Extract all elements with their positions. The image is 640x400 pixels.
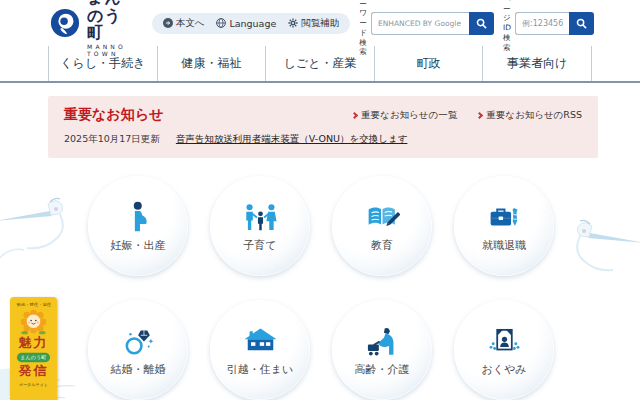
banner-top-text: 観光・移住・定住 <box>16 301 51 307</box>
category-employment[interactable]: 就職退職 <box>454 176 554 276</box>
promo-banner[interactable]: 観光・移住・定住 魅力 まんのう町 発信 ポータルサイト <box>10 297 57 400</box>
utility-label: 閲覧補助 <box>301 17 339 30</box>
globe-icon <box>216 18 226 28</box>
gear-icon <box>288 18 298 28</box>
main-content: 観光・移住・定住 魅力 まんのう町 発信 ポータルサイト <box>0 158 640 400</box>
language-button[interactable]: Language <box>216 18 276 29</box>
house-icon <box>243 324 278 359</box>
pregnancy-icon <box>121 200 156 235</box>
to-main-content-link[interactable]: 本文へ <box>163 17 205 30</box>
category-marriage[interactable]: 結婚・離婚 <box>88 300 188 400</box>
page-id-search-label: ページ ID検索 <box>503 0 511 52</box>
keyword-search-button[interactable] <box>469 12 494 35</box>
category-senior-care[interactable]: 高齢・介護 <box>332 300 432 400</box>
category-pregnancy[interactable]: 妊娠・出産 <box>88 176 188 276</box>
education-icon <box>365 200 400 235</box>
category-moving-housing[interactable]: 引越・住まい <box>210 300 310 400</box>
site-header: まんのう町 MANNO TOWN 本文へ Language 閲覧補助 キーワード… <box>0 0 640 46</box>
search-icon <box>576 18 587 29</box>
ring-icon <box>121 324 156 359</box>
global-nav: くらし・手続き 健康・福祉 しごと・産業 町政 事業者向け <box>0 46 640 83</box>
town-logo-icon <box>50 8 80 38</box>
elderly-care-icon <box>365 324 400 359</box>
nav-item-chosei[interactable]: 町政 <box>374 46 483 81</box>
family-icon <box>243 200 278 235</box>
notice-list-link[interactable]: 重要なお知らせの一覧 <box>352 109 457 122</box>
chevron-right-icon <box>351 111 358 118</box>
site-title: まんのう町 <box>87 0 139 42</box>
notice-date: 2025年10月17日更新 <box>64 133 160 146</box>
banner-line2: 発信 <box>19 364 49 379</box>
notice-title: 重要なお知らせ <box>64 106 163 124</box>
nav-item-kurashi[interactable]: くらし・手続き <box>48 46 157 81</box>
nav-item-jigyosha[interactable]: 事業者向け <box>482 46 592 81</box>
nav-item-kenko[interactable]: 健康・福祉 <box>157 46 266 81</box>
heron-illustration-left <box>0 176 102 266</box>
nav-item-shigoto[interactable]: しごと・産業 <box>265 46 374 81</box>
banner-town-badge: まんのう町 <box>17 353 50 362</box>
search-icon <box>476 18 487 29</box>
arrow-circle-icon <box>163 18 173 28</box>
briefcase-icon <box>487 200 522 235</box>
category-grid: 妊娠・出産 子育て <box>88 176 554 400</box>
chevron-right-icon <box>476 111 483 118</box>
utility-label: Language <box>229 18 276 29</box>
banner-line1: 魅力 <box>19 336 49 351</box>
page-id-search-button[interactable] <box>569 12 594 35</box>
category-childcare[interactable]: 子育て <box>210 176 310 276</box>
banner-bottom-text: ポータルサイト <box>19 381 48 387</box>
notice-rss-link[interactable]: 重要なお知らせのRSS <box>477 109 582 122</box>
category-condolence[interactable]: おくやみ <box>454 300 554 400</box>
page-id-search-input[interactable] <box>515 12 569 35</box>
page-id-search-group: ページ ID検索 <box>503 0 594 52</box>
accessibility-button[interactable]: 閲覧補助 <box>288 17 339 30</box>
important-notice-panel: 重要なお知らせ 重要なお知らせの一覧 重要なお知らせのRSS 2025年10月1… <box>48 96 598 158</box>
utility-label: 本文へ <box>176 17 205 30</box>
utility-nav: 本文へ Language 閲覧補助 <box>152 13 351 34</box>
category-education[interactable]: 教育 <box>332 176 432 276</box>
keyword-search-input[interactable] <box>371 12 469 35</box>
notice-item-link[interactable]: 音声告知放送利用者端末装置（V-ONU）を交換します <box>176 133 408 146</box>
memorial-icon <box>487 324 522 359</box>
mascot-icon <box>20 309 47 336</box>
